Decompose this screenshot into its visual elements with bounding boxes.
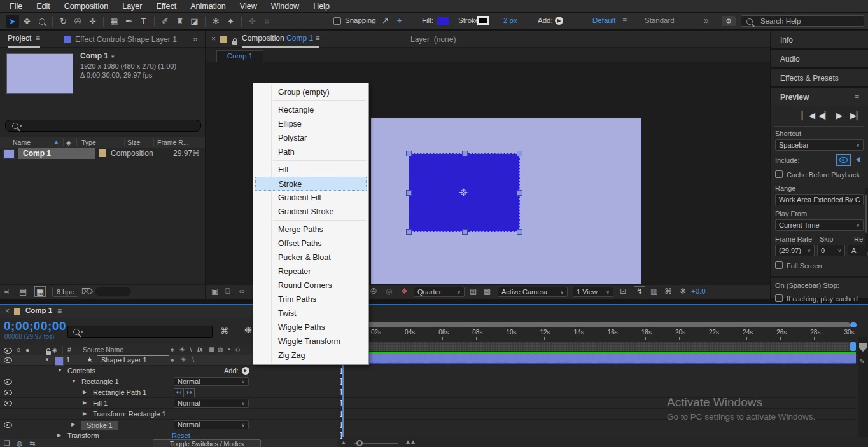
axis-tool-icon[interactable]: ✣ [246, 15, 259, 28]
layer-eye-icon[interactable] [4, 401, 12, 406]
comp-thumbnail[interactable] [6, 53, 73, 94]
twirl-icon[interactable]: ▶ [83, 400, 87, 406]
col-size[interactable]: Size [127, 139, 140, 146]
layer-eye-icon[interactable] [4, 357, 12, 363]
first-frame-button[interactable]: ▏◀ [802, 111, 816, 120]
menu-layer[interactable]: Layer [115, 0, 149, 13]
comp-canvas[interactable]: ✛ [371, 118, 641, 290]
navigator-end-handle[interactable] [850, 322, 857, 327]
twirl-icon[interactable]: ▶ [57, 432, 61, 438]
work-area-bar[interactable] [337, 342, 850, 351]
fullscreen-checkbox[interactable] [775, 261, 783, 269]
cache-checkbox[interactable] [775, 170, 783, 178]
comp-label-swatch[interactable] [99, 149, 106, 157]
preview-favor-icon[interactable]: ▣ [211, 287, 218, 296]
number-column[interactable]: # [67, 346, 71, 354]
timeline-tab-close-icon[interactable]: × [5, 306, 10, 315]
transform-reset-link[interactable]: Reset [172, 432, 190, 439]
current-timecode[interactable]: 0;00;00;00 [4, 319, 66, 333]
vr-icon[interactable]: ∞ [239, 287, 245, 296]
overflow-chevrons[interactable]: » [704, 15, 709, 25]
comp-name[interactable]: Comp 1 ▼ [80, 52, 115, 60]
menu-item-group-empty-[interactable]: Group (empty) [255, 85, 367, 99]
menu-item-stroke[interactable]: Stroke [255, 177, 367, 191]
comp-tab-close-icon[interactable]: × [211, 34, 216, 43]
include-video-button[interactable] [836, 154, 851, 166]
audio-column-icon[interactable]: ♫ [15, 346, 20, 354]
layer-label[interactable]: Contents [67, 367, 95, 375]
blend-mode-dropdown[interactable]: Normal∨ [174, 377, 249, 386]
twirl-icon[interactable]: ▼ [57, 368, 62, 373]
workspace-gear-icon[interactable]: ⚙ [722, 16, 736, 26]
menu-item-rectangle[interactable]: Rectangle [255, 103, 367, 117]
layer-eye-icon[interactable] [4, 422, 12, 428]
sort-icon[interactable]: ▲ [53, 139, 59, 145]
workspace-next[interactable]: Standard [645, 17, 675, 24]
graph-editor-icon[interactable]: ✎ [859, 357, 865, 366]
time-ruler[interactable]: 02s04s06s08s10s12s14s16s18s20s22s24s26s2… [337, 329, 857, 341]
pen-tool-icon[interactable]: ✒ [122, 15, 136, 28]
zoom-out-icon[interactable]: ▲ [341, 439, 346, 445]
menu-file[interactable]: File [3, 0, 29, 13]
timeline-tab-menu-icon[interactable]: ≡ [57, 306, 62, 315]
handle-bottom-right[interactable] [517, 229, 522, 235]
layer-row-rectangle-path-1[interactable]: ▶Rectangle Path 1↤↦ [0, 387, 337, 398]
menu-view[interactable]: View [233, 0, 264, 13]
type-tool-icon[interactable]: T [137, 15, 150, 28]
workspace-menu-icon[interactable]: ≡ [622, 16, 627, 25]
menu-composition[interactable]: Composition [57, 0, 115, 13]
switch-col-icon-4[interactable]: ▦ [209, 346, 214, 353]
timeline-footer-icon-1[interactable]: ◍ [17, 439, 23, 447]
show-snapshot-icon[interactable]: ◎ [386, 287, 392, 296]
menu-window[interactable]: Window [264, 0, 306, 13]
ifcaching-checkbox[interactable] [775, 294, 783, 302]
view-layout-dropdown[interactable]: 1 View∨ [573, 287, 613, 297]
trash-icon[interactable]: ⌦ [81, 287, 93, 296]
fill-swatch[interactable] [437, 17, 449, 25]
snapping-checkbox[interactable] [333, 17, 341, 25]
project-row-comp1[interactable]: Comp 1 Composition 29.97 ⌘ [0, 148, 205, 160]
handle-bottom-center[interactable] [462, 229, 468, 235]
handle-top-center[interactable] [462, 151, 468, 156]
layer-label[interactable]: Fill 1 [93, 399, 108, 407]
twirl-icon[interactable]: ▼ [71, 378, 76, 384]
handle-top-left[interactable] [406, 151, 412, 156]
timeline-footer-icon-2[interactable]: ⇆ [29, 439, 35, 447]
selection-tool-icon[interactable]: ➤ [6, 15, 19, 28]
comp-marker-bin-icon[interactable] [859, 343, 867, 352]
tab-composition[interactable]: Composition Comp 1 ≡ [242, 34, 319, 48]
tab-project[interactable]: Project ≡ [8, 34, 40, 48]
rotate-tool-icon[interactable]: ↻ [57, 15, 70, 28]
stroke-width-value[interactable]: 2 px [503, 17, 517, 24]
layer-label[interactable]: Rectangle 1 [81, 378, 119, 385]
target-icon[interactable]: ⌖ [397, 16, 402, 26]
timeline-navigator[interactable] [337, 322, 850, 327]
roi-icon[interactable]: ▧ [470, 287, 477, 296]
path-direction-icon-0[interactable]: ↤ [174, 388, 184, 397]
layer-switch-icon-1[interactable]: ✳ [181, 356, 186, 363]
menu-item-polystar[interactable]: Polystar [255, 131, 367, 145]
zoom-tool-icon[interactable] [35, 15, 48, 28]
zoom-in-icon[interactable]: ▲▲ [405, 438, 415, 445]
preview-panel-header[interactable]: Preview ≡ [771, 88, 868, 106]
eraser-tool-icon[interactable]: ◪ [188, 15, 201, 28]
menu-item-trim-paths[interactable]: Trim Paths [255, 292, 367, 306]
menu-animation[interactable]: Animation [183, 0, 233, 13]
timeline-footer-icon-0[interactable]: ❐ [4, 439, 10, 447]
stroke-swatch[interactable] [477, 16, 489, 25]
switch-col-icon-2[interactable]: ∖ [188, 346, 192, 353]
menu-item-twist[interactable]: Twist [255, 306, 367, 320]
exposure-value[interactable]: +0.0 [691, 287, 706, 295]
camera-dropdown[interactable]: Active Camera∨ [498, 287, 568, 297]
include-audio-button[interactable] [852, 154, 864, 165]
panel-header-info[interactable]: Info [771, 31, 868, 48]
sidebar-scrollbar[interactable] [865, 188, 868, 252]
layer-row-transform-rectangle-1[interactable]: ▶Transform: Rectangle 1 [0, 409, 337, 420]
pan-behind-tool-icon[interactable]: ✛ [86, 15, 99, 28]
path-direction-icon-1[interactable]: ↦ [185, 388, 195, 397]
video-column-icon[interactable] [4, 348, 12, 354]
project-search-box[interactable]: ▾ [5, 120, 201, 132]
bpc-button[interactable]: 8 bpc [52, 287, 78, 297]
layer-label[interactable]: Transform [67, 432, 99, 439]
switch-col-icon-0[interactable]: ♠ [171, 346, 174, 353]
